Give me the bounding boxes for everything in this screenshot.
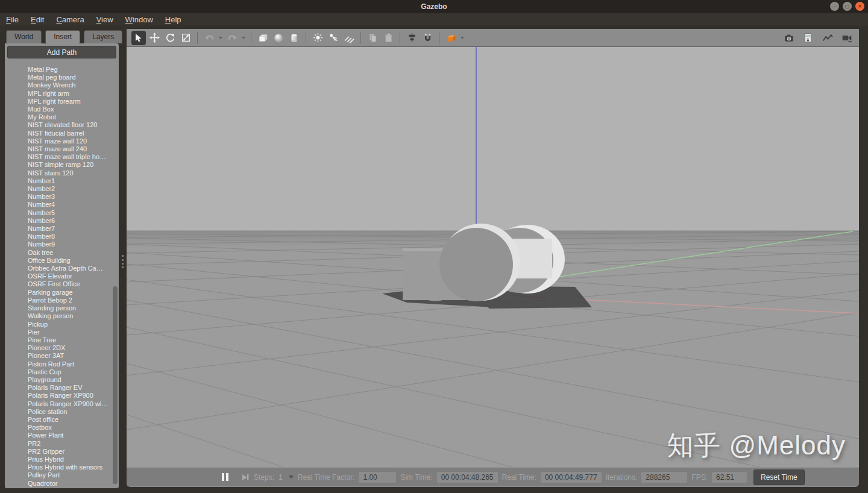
model-list-item[interactable]: Polaris Ranger XP900	[28, 392, 119, 400]
insert-cylinder-button[interactable]	[287, 31, 301, 45]
model-list-item[interactable]: Pioneer 3AT	[28, 352, 119, 360]
model-list-item[interactable]: NIST maze wall 120	[28, 137, 119, 145]
menu-item[interactable]: Camera	[56, 15, 84, 24]
panel-scrollbar-thumb[interactable]	[113, 286, 118, 484]
directional-light-button[interactable]	[342, 31, 356, 45]
model-list-item[interactable]: Post office	[28, 416, 119, 424]
redo-button[interactable]	[225, 31, 239, 45]
model-list-item[interactable]: Playground	[28, 376, 119, 384]
snap-tool-button[interactable]	[420, 31, 435, 45]
model-list-item[interactable]: Walking person	[28, 312, 119, 320]
model-list-item[interactable]: MPL right arm	[28, 90, 119, 98]
pause-button[interactable]	[222, 473, 228, 481]
model-list-item[interactable]: Power Plant	[28, 432, 119, 439]
model-list-item[interactable]: Pine Tree	[28, 336, 119, 344]
viewport-toolbar: LOG	[127, 29, 859, 47]
video-record-button[interactable]	[840, 31, 854, 45]
model-list-item[interactable]: Monkey Wrench	[28, 81, 119, 89]
model-list-item[interactable]: Piston Rod Part	[28, 360, 119, 368]
model-list-item[interactable]: NIST elevated floor 120	[28, 121, 119, 129]
step-button[interactable]	[241, 473, 250, 482]
model-list-item[interactable]: PR2 Gripper	[28, 448, 119, 456]
model-list-item[interactable]: NIST simple ramp 120	[28, 161, 119, 169]
translate-tool-button[interactable]	[147, 31, 162, 45]
align-tool-button[interactable]	[404, 31, 419, 45]
model-list-item[interactable]: Prius Hybrid with sensors	[28, 463, 119, 471]
add-path-button[interactable]: Add Path	[7, 46, 116, 58]
model-list-item[interactable]: Polaris Ranger EV	[28, 384, 119, 392]
minimize-button[interactable]: —	[830, 2, 839, 11]
model-list-item[interactable]: Pulley Part	[28, 471, 119, 479]
model-list-item[interactable]: Number8	[28, 233, 119, 240]
model-list-item[interactable]: MPL right forearm	[28, 98, 119, 105]
redo-dropdown-caret[interactable]	[242, 37, 245, 39]
insert-sphere-button[interactable]	[271, 31, 286, 45]
model-list-item[interactable]: Oak tree	[28, 249, 119, 257]
building-editor-dropdown-caret[interactable]	[461, 37, 464, 39]
menu-item[interactable]: Window	[125, 15, 153, 24]
model-list-item[interactable]: Number3	[28, 193, 119, 201]
toolbar-separator	[360, 32, 361, 44]
undo-dropdown-caret[interactable]	[219, 37, 222, 39]
log-record-button[interactable]: LOG	[801, 31, 816, 45]
model-list-item[interactable]: Number2	[28, 185, 119, 193]
select-tool-button[interactable]	[131, 31, 146, 45]
undo-button[interactable]	[202, 31, 216, 45]
model-list-item[interactable]: Number5	[28, 209, 119, 217]
model-list-item[interactable]: NIST stairs 120	[28, 169, 119, 177]
model-list-item[interactable]: Number9	[28, 240, 119, 248]
tab-layers[interactable]: Layers	[84, 30, 122, 43]
paste-button[interactable]	[381, 31, 395, 45]
model-list-item[interactable]: Mud Box	[28, 105, 119, 113]
building-editor-button[interactable]	[444, 31, 458, 45]
screenshot-button[interactable]	[782, 31, 796, 45]
model-list-item[interactable]: Plastic Cup	[28, 368, 119, 376]
model-list-item[interactable]: Standing person	[28, 304, 119, 312]
menu-item[interactable]: Help	[165, 15, 181, 24]
model-list-item[interactable]: OSRF First Office	[28, 280, 119, 288]
model-list-item[interactable]: Number4	[28, 201, 119, 209]
model-list-item[interactable]: Parking garage	[28, 289, 119, 297]
model-list-item[interactable]: Prius Hybrid	[28, 456, 119, 463]
spot-light-button[interactable]	[326, 31, 341, 45]
close-button[interactable]: ✕	[855, 2, 864, 11]
menu-item[interactable]: File	[6, 15, 19, 24]
model-list-item[interactable]: Number6	[28, 217, 119, 225]
rotate-tool-button[interactable]	[163, 31, 177, 45]
panel-splitter[interactable]	[119, 25, 127, 493]
scale-tool-button[interactable]	[178, 31, 193, 45]
model-list-item[interactable]: Number7	[28, 225, 119, 233]
splitter-handle-icon[interactable]	[122, 255, 124, 268]
model-list-item[interactable]: Postbox	[28, 424, 119, 432]
model-list-item[interactable]: Metal peg board	[28, 74, 119, 81]
plot-button[interactable]	[820, 31, 835, 45]
insert-box-button[interactable]	[256, 31, 270, 45]
point-light-button[interactable]	[310, 31, 325, 45]
model-list-item[interactable]: Office Building	[28, 257, 119, 265]
copy-button[interactable]	[365, 31, 380, 45]
tab-insert[interactable]: Insert	[45, 30, 80, 44]
menu-item[interactable]: View	[96, 15, 113, 24]
model-list-item[interactable]: My Robot	[28, 113, 119, 121]
model-list-item[interactable]: OSRF Elevator	[28, 272, 119, 280]
model-list-item[interactable]: Number1	[28, 177, 119, 185]
menu-item[interactable]: Edit	[31, 15, 44, 24]
maximize-button[interactable]: ▢	[843, 2, 852, 11]
model-list-item[interactable]: NIST maze wall 240	[28, 145, 119, 153]
reset-time-button[interactable]: Reset Time	[753, 469, 805, 485]
model-list-item[interactable]: Pickup	[28, 321, 119, 328]
model-list-item[interactable]: Police station	[28, 408, 119, 416]
model-list-item[interactable]: Orbbec Astra Depth Ca…	[28, 265, 119, 272]
model-list-item[interactable]: Parrot Bebop 2	[28, 297, 119, 304]
model-list-item[interactable]: Polaris Ranger XP900 wi…	[28, 400, 119, 408]
model-list-item[interactable]: Metal Peg	[28, 66, 119, 74]
model-list-item[interactable]: Pier	[28, 328, 119, 336]
model-list-item[interactable]: PR2	[28, 440, 119, 448]
model-list-item[interactable]: NIST fiducial barrel	[28, 130, 119, 137]
model-list-item[interactable]: Pioneer 2DX	[28, 344, 119, 352]
3d-scene-canvas[interactable]: 知乎 @Melody	[127, 47, 859, 467]
steps-dropdown-caret[interactable]	[289, 476, 294, 479]
model-list-item[interactable]: NIST maze wall triple ho…	[28, 153, 119, 161]
model-list-item[interactable]: Quadrotor	[28, 480, 119, 488]
tab-world[interactable]: World	[6, 30, 42, 43]
